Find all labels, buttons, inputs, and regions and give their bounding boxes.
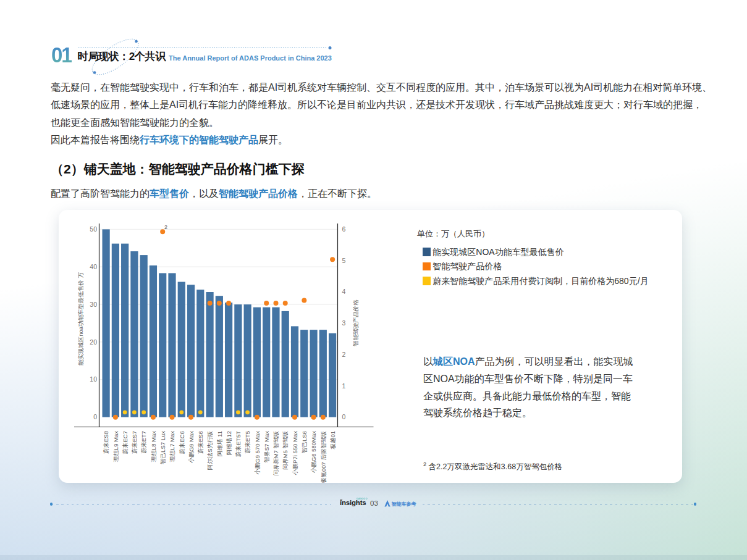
- svg-text:问界新M7 智驾版: 问界新M7 智驾版: [272, 431, 279, 476]
- svg-text:理想L7 Max: 理想L7 Max: [169, 431, 175, 462]
- svg-text:智界S7 Max: 智界S7 Max: [263, 431, 270, 462]
- svg-text:1: 1: [342, 382, 346, 390]
- svg-text:蔚来ET5: 蔚来ET5: [244, 431, 251, 453]
- svg-text:小鹏G9 Max: 小鹏G9 Max: [188, 431, 195, 464]
- svg-text:6: 6: [342, 225, 346, 233]
- svg-text:3: 3: [342, 319, 346, 327]
- svg-text:蔚来EC6: 蔚来EC6: [179, 431, 185, 454]
- svg-text:5: 5: [342, 257, 346, 264]
- svg-text:0: 0: [342, 413, 346, 420]
- svg-text:小鹏P7i 550 Max: 小鹏P7i 550 Max: [292, 431, 298, 475]
- svg-text:蔚来ES8: 蔚来ES8: [103, 431, 109, 454]
- svg-text:蔚来ES6: 蔚来ES6: [197, 431, 204, 454]
- svg-text:蔚来EC7: 蔚来EC7: [122, 431, 129, 454]
- svg-text:阿维塔12: 阿维塔12: [226, 431, 232, 455]
- svg-text:20: 20: [90, 338, 97, 346]
- svg-text:0: 0: [93, 413, 97, 420]
- svg-text:30: 30: [90, 301, 97, 308]
- svg-text:阿维塔 11: 阿维塔 11: [216, 431, 223, 456]
- svg-text:能实现城区noa功能车型最低售价 万: 能实现城区noa功能车型最低售价 万: [77, 272, 84, 366]
- svg-text:智己LS6: 智己LS6: [301, 431, 308, 453]
- svg-text:2: 2: [164, 224, 167, 230]
- svg-text:4: 4: [342, 288, 346, 295]
- svg-text:理想L9 Max: 理想L9 Max: [112, 431, 119, 462]
- svg-text:智己LS7 Lux: 智己LS7 Lux: [159, 431, 166, 464]
- svg-text:小鹏G9 570 Max: 小鹏G9 570 Max: [254, 431, 261, 475]
- svg-text:小鹏G6 580Max: 小鹏G6 580Max: [310, 431, 317, 473]
- svg-text:阿尔法S先行版: 阿尔法S先行版: [206, 431, 213, 470]
- svg-text:理想L8 Max: 理想L8 Max: [150, 431, 157, 462]
- svg-text:蔚来ET5T: 蔚来ET5T: [235, 431, 242, 457]
- svg-text:蔚来ET7: 蔚来ET7: [140, 431, 147, 453]
- svg-text:极氪007 后驱智驾版: 极氪007 后驱智驾版: [320, 431, 327, 483]
- svg-text:蔚来ES7: 蔚来ES7: [131, 431, 138, 454]
- svg-text:智能驾驶产品价格: 智能驾驶产品价格: [352, 299, 359, 347]
- svg-text:50: 50: [90, 225, 97, 233]
- svg-text:极越01: 极越01: [329, 431, 336, 450]
- svg-text:10: 10: [90, 375, 97, 383]
- svg-text:问界M5 智驾版: 问界M5 智驾版: [282, 431, 289, 470]
- svg-text:40: 40: [90, 263, 97, 270]
- svg-text:2: 2: [342, 351, 346, 358]
